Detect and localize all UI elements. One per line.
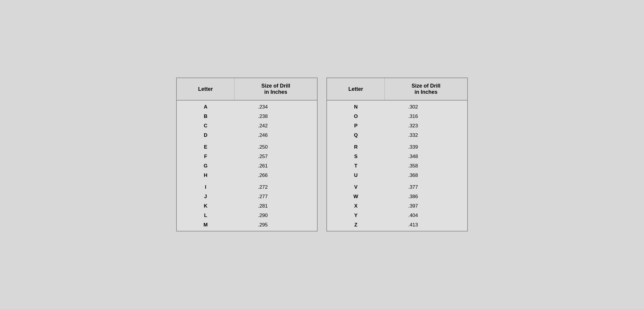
table-row: I.272 (176, 181, 317, 192)
table-row: O.316 (327, 112, 468, 121)
letter-cell: G (176, 161, 235, 171)
letter-cell: K (176, 201, 235, 211)
table-right: LetterSize of Drillin InchesN.302O.316P.… (326, 78, 468, 231)
col-header-letter: Letter (327, 78, 385, 100)
col-header-size: Size of Drillin Inches (385, 78, 468, 100)
letter-cell: A (176, 100, 235, 112)
letter-cell: V (327, 181, 385, 192)
size-cell: .234 (235, 100, 317, 112)
letter-cell: E (176, 141, 235, 152)
letter-cell: C (176, 121, 235, 131)
size-cell: .348 (385, 152, 468, 161)
letter-cell: Z (327, 220, 385, 231)
table-row: A.234 (176, 100, 317, 112)
table-row: K.281 (176, 201, 317, 211)
table-row: N.302 (327, 100, 468, 112)
letter-cell: L (176, 211, 235, 220)
letter-cell: O (327, 112, 385, 121)
size-cell: .413 (385, 220, 468, 231)
letter-cell: H (176, 171, 235, 181)
table-row: M.295 (176, 220, 317, 231)
table-row: S.348 (327, 152, 468, 161)
table-row: P.323 (327, 121, 468, 131)
letter-cell: J (176, 192, 235, 201)
table-row: Y.404 (327, 211, 468, 220)
letter-cell: Q (327, 131, 385, 141)
size-cell: .290 (235, 211, 317, 220)
size-cell: .277 (235, 192, 317, 201)
size-cell: .332 (385, 131, 468, 141)
letter-cell: U (327, 171, 385, 181)
letter-cell: I (176, 181, 235, 192)
size-cell: .368 (385, 171, 468, 181)
page-container: LetterSize of Drillin InchesA.234B.238C.… (176, 78, 468, 231)
table-row: X.397 (327, 201, 468, 211)
size-cell: .242 (235, 121, 317, 131)
size-cell: .238 (235, 112, 317, 121)
table-row: Q.332 (327, 131, 468, 141)
table-row: C.242 (176, 121, 317, 131)
letter-cell: R (327, 141, 385, 152)
size-cell: .257 (235, 152, 317, 161)
size-cell: .295 (235, 220, 317, 231)
table-row: W.386 (327, 192, 468, 201)
size-cell: .246 (235, 131, 317, 141)
size-cell: .397 (385, 201, 468, 211)
table-row: Z.413 (327, 220, 468, 231)
letter-cell: T (327, 161, 385, 171)
letter-cell: D (176, 131, 235, 141)
size-cell: .404 (385, 211, 468, 220)
letter-cell: F (176, 152, 235, 161)
letter-cell: W (327, 192, 385, 201)
size-cell: .261 (235, 161, 317, 171)
letter-cell: M (176, 220, 235, 231)
size-cell: .316 (385, 112, 468, 121)
col-header-size: Size of Drillin Inches (235, 78, 317, 100)
table-row: G.261 (176, 161, 317, 171)
table-row: H.266 (176, 171, 317, 181)
letter-cell: N (327, 100, 385, 112)
letter-cell: B (176, 112, 235, 121)
letter-cell: Y (327, 211, 385, 220)
size-cell: .266 (235, 171, 317, 181)
table-row: E.250 (176, 141, 317, 152)
size-cell: .339 (385, 141, 468, 152)
size-cell: .281 (235, 201, 317, 211)
size-cell: .302 (385, 100, 468, 112)
col-header-letter: Letter (176, 78, 235, 100)
letter-cell: X (327, 201, 385, 211)
table-row: F.257 (176, 152, 317, 161)
size-cell: .358 (385, 161, 468, 171)
table-row: U.368 (327, 171, 468, 181)
size-cell: .272 (235, 181, 317, 192)
letter-cell: P (327, 121, 385, 131)
table-row: R.339 (327, 141, 468, 152)
table-row: B.238 (176, 112, 317, 121)
table-row: V.377 (327, 181, 468, 192)
size-cell: .323 (385, 121, 468, 131)
size-cell: .386 (385, 192, 468, 201)
table-row: T.358 (327, 161, 468, 171)
table-row: D.246 (176, 131, 317, 141)
letter-cell: S (327, 152, 385, 161)
size-cell: .250 (235, 141, 317, 152)
table-left: LetterSize of Drillin InchesA.234B.238C.… (176, 78, 318, 231)
table-row: J.277 (176, 192, 317, 201)
size-cell: .377 (385, 181, 468, 192)
table-row: L.290 (176, 211, 317, 220)
